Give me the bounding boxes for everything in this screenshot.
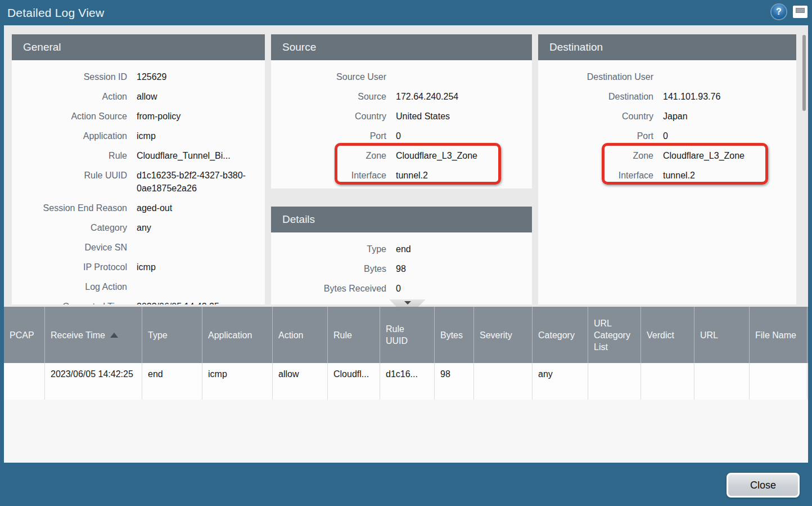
field-label: Action Source — [12, 110, 127, 123]
detail-scrollbar[interactable] — [802, 35, 806, 111]
field-row-ip-protocol: IP Protocol icmp — [12, 261, 265, 274]
field-value: icmp — [137, 261, 156, 274]
field-label: Rule — [12, 149, 127, 162]
general-panel: General Session ID 125629 Action allow A… — [12, 34, 265, 305]
column-header-bytes[interactable]: Bytes — [435, 307, 474, 363]
field-row-destination: Destination 141.101.93.76 — [538, 90, 796, 103]
field-value: Cloudflare_L3_Zone — [396, 149, 477, 162]
field-value: tunnel.2 — [663, 169, 695, 182]
log-table-header: PCAP Receive Time Type Application Actio… — [4, 307, 808, 363]
column-header-verdict[interactable]: Verdict — [641, 307, 694, 363]
field-value: icmp — [137, 129, 156, 142]
cell-rule: Cloudfl... — [328, 363, 380, 400]
source-panel-header: Source — [271, 34, 532, 60]
field-label: Generated Time — [12, 300, 127, 305]
column-header-action[interactable]: Action — [273, 307, 328, 363]
source-panel: Source Source User Source 172.64.240.254… — [271, 34, 532, 189]
help-icon[interactable]: ? — [772, 5, 786, 19]
field-row-destination-zone: Zone Cloudflare_L3_Zone — [538, 149, 796, 162]
column-header-rule[interactable]: Rule — [328, 307, 380, 363]
field-value: 172.64.240.254 — [396, 90, 458, 103]
field-value: 0 — [663, 129, 668, 142]
field-label: Port — [271, 129, 386, 142]
field-label: Session End Reason — [12, 201, 127, 214]
field-value: 125629 — [137, 70, 166, 83]
help-icon-glyph: ? — [776, 7, 782, 17]
dialog-title: Detailed Log View — [7, 6, 104, 20]
field-value: 141.101.93.76 — [663, 90, 720, 103]
field-value: United States — [396, 110, 450, 123]
field-value: aged-out — [137, 201, 172, 214]
field-label: Destination — [538, 90, 653, 103]
cell-url — [694, 363, 750, 400]
field-row-destination-country: Country Japan — [538, 110, 796, 123]
log-table-row[interactable]: 2023/06/05 14:42:25 end icmp allow Cloud… — [4, 363, 808, 400]
field-value: 0 — [396, 129, 401, 142]
field-value: from-policy — [137, 110, 181, 123]
field-value: 0 — [396, 282, 401, 295]
field-row-rule: Rule Cloudflare_Tunnel_Bi... — [12, 149, 265, 162]
cell-rule-uuid: d1c16... — [380, 363, 435, 400]
field-value: Cloudflare_Tunnel_Bi... — [137, 149, 231, 162]
column-header-url[interactable]: URL — [694, 307, 750, 363]
field-value: Cloudflare_L3_Zone — [663, 149, 745, 162]
cell-verdict — [641, 363, 694, 400]
column-header-rule-uuid[interactable]: Rule UUID — [380, 307, 435, 363]
field-label: Bytes Received — [271, 282, 386, 295]
cell-application: icmp — [202, 363, 273, 400]
column-header-severity[interactable]: Severity — [474, 307, 533, 363]
cell-pcap — [4, 363, 45, 400]
column-header-pcap[interactable]: PCAP — [4, 307, 45, 363]
field-label: Zone — [538, 149, 653, 162]
field-label: Source User — [271, 70, 386, 83]
close-button[interactable]: Close — [727, 473, 800, 498]
field-label: Country — [538, 110, 653, 123]
field-value: 2023/06/05 14:42:25 — [137, 300, 219, 305]
field-row-category: Category any — [12, 221, 265, 234]
cell-action: allow — [273, 363, 328, 400]
column-header-receive-time[interactable]: Receive Time — [45, 307, 142, 363]
cell-type: end — [142, 363, 202, 400]
field-row-source-port: Port 0 — [271, 129, 532, 142]
field-label: Zone — [271, 149, 386, 162]
detail-area: General Session ID 125629 Action allow A… — [4, 25, 808, 307]
field-label: Source — [271, 90, 386, 103]
field-label: Category — [12, 221, 127, 234]
column-header-type[interactable]: Type — [142, 307, 202, 363]
sort-ascending-icon — [110, 333, 118, 338]
cell-url-category-list — [588, 363, 641, 400]
field-value: 98 — [396, 262, 406, 275]
destination-panel: Destination Destination User Destination… — [538, 34, 796, 305]
field-row-action-source: Action Source from-policy — [12, 110, 265, 123]
field-row-source-interface: Interface tunnel.2 — [271, 169, 532, 182]
destination-panel-body: Destination User Destination 141.101.93.… — [538, 60, 796, 182]
column-header-file-name[interactable]: File Name — [750, 307, 808, 363]
field-label: Destination User — [538, 70, 653, 83]
field-row-source-country: Country United States — [271, 110, 532, 123]
field-value: end — [396, 243, 411, 256]
field-row-type: Type end — [271, 243, 532, 256]
column-header-application[interactable]: Application — [202, 307, 273, 363]
field-row-destination-port: Port 0 — [538, 129, 796, 142]
field-row-source-user: Source User — [271, 70, 532, 83]
source-panel-body: Source User Source 172.64.240.254 Countr… — [271, 60, 532, 182]
destination-panel-header: Destination — [538, 34, 796, 60]
field-label: Interface — [271, 169, 386, 182]
field-row-source-zone: Zone Cloudflare_L3_Zone — [271, 149, 532, 162]
details-panel-body: Type end Bytes 98 Bytes Received 0 — [271, 232, 532, 295]
column-header-url-category-list[interactable]: URL Category List — [588, 307, 641, 363]
field-label: IP Protocol — [12, 261, 127, 274]
field-row-source: Source 172.64.240.254 — [271, 90, 532, 103]
column-header-category[interactable]: Category — [533, 307, 588, 363]
field-row-bytes-received: Bytes Received 0 — [271, 282, 532, 295]
field-label: Interface — [538, 169, 653, 182]
field-value: d1c16235-b2f2-4327-b380-0ae1875e2a26 — [137, 169, 249, 195]
general-panel-header: General — [12, 34, 265, 60]
field-label: Bytes — [271, 262, 386, 275]
general-panel-body: Session ID 125629 Action allow Action So… — [12, 60, 265, 305]
field-row-action: Action allow — [12, 90, 265, 103]
field-value: any — [137, 221, 151, 234]
restore-window-icon[interactable] — [793, 6, 808, 18]
field-label: Port — [538, 129, 653, 142]
details-panel: Details Type end Bytes 98 Bytes Received… — [271, 207, 532, 305]
